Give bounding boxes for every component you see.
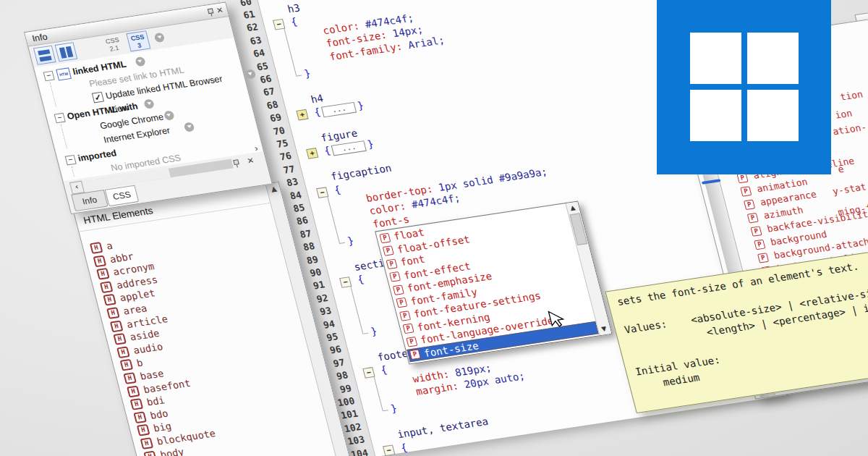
scroll-up-icon[interactable]: ▲ (566, 202, 579, 214)
checkbox[interactable]: ✓ (92, 92, 104, 104)
html-element-icon: H (90, 242, 103, 254)
property-icon: P (386, 258, 397, 269)
property-icon: P (396, 297, 407, 308)
close-icon[interactable]: ✕ (216, 6, 224, 15)
down-circle-icon[interactable] (153, 33, 165, 43)
windows-logo (657, 0, 831, 174)
down-circle-icon[interactable] (143, 98, 155, 109)
collapse-icon[interactable]: − (43, 71, 55, 82)
property-icon: P (399, 311, 411, 321)
html-element-icon: H (120, 359, 134, 371)
property-icon: P (403, 324, 414, 334)
close-icon[interactable]: ✕ (246, 156, 255, 166)
info-panel-title: Info (31, 32, 48, 44)
html-element-icon: H (123, 372, 137, 384)
html-element-icon: H (137, 424, 150, 436)
property-icon: P (409, 349, 421, 360)
tab-css-3[interactable]: CSS3 (126, 30, 150, 51)
html-element-icon: H (140, 437, 154, 449)
rows-layout-button[interactable] (33, 46, 56, 65)
collapse-icon[interactable]: − (54, 113, 66, 124)
html-element-icon: H (116, 346, 130, 358)
html-element-icon: H (133, 411, 147, 423)
html-element-icon: H (143, 450, 157, 456)
html-element-icon: H (106, 307, 120, 319)
html-element-icon: H (93, 255, 107, 267)
html-element-icon: H (103, 294, 116, 306)
down-circle-icon[interactable] (184, 122, 195, 132)
fold-plus-icon[interactable]: + (306, 148, 318, 159)
property-icon: P (744, 200, 755, 211)
scroll-down-icon[interactable]: ▼ (597, 323, 611, 335)
html-element-icon: H (96, 268, 110, 280)
property-icon: P (754, 240, 765, 250)
property-icon: P (379, 232, 391, 243)
property-icon: P (406, 337, 417, 347)
html-element-icon: H (127, 385, 140, 397)
html-file-icon: HTM (56, 67, 72, 80)
columns-layout-button[interactable] (55, 42, 78, 62)
tab-css-2.1[interactable]: CSS2.1 (99, 34, 128, 56)
property-icon: P (389, 271, 401, 282)
property-icon: P (740, 186, 752, 197)
collapse-icon[interactable]: − (65, 155, 77, 166)
desktop: 6061h362−{63color: #474c4f;64font-size: … (0, 0, 868, 456)
pin-icon[interactable] (231, 159, 241, 168)
html-element-icon: H (110, 320, 124, 332)
fold-plus-icon[interactable]: + (296, 109, 308, 121)
bottom-tab-css[interactable]: CSS (105, 185, 140, 206)
property-icon: P (751, 226, 762, 237)
html-element-icon: H (100, 281, 114, 293)
html-element-icon: H (130, 398, 144, 410)
property-icon: P (757, 253, 769, 263)
down-circle-icon[interactable] (163, 110, 174, 121)
property-icon: P (393, 284, 404, 295)
pin-icon[interactable] (205, 7, 215, 17)
down-circle-icon[interactable] (135, 56, 146, 67)
property-icon: P (383, 245, 394, 256)
fold-minus-icon[interactable]: − (383, 444, 395, 456)
html-element-icon: H (113, 333, 127, 345)
property-icon: P (747, 213, 759, 224)
